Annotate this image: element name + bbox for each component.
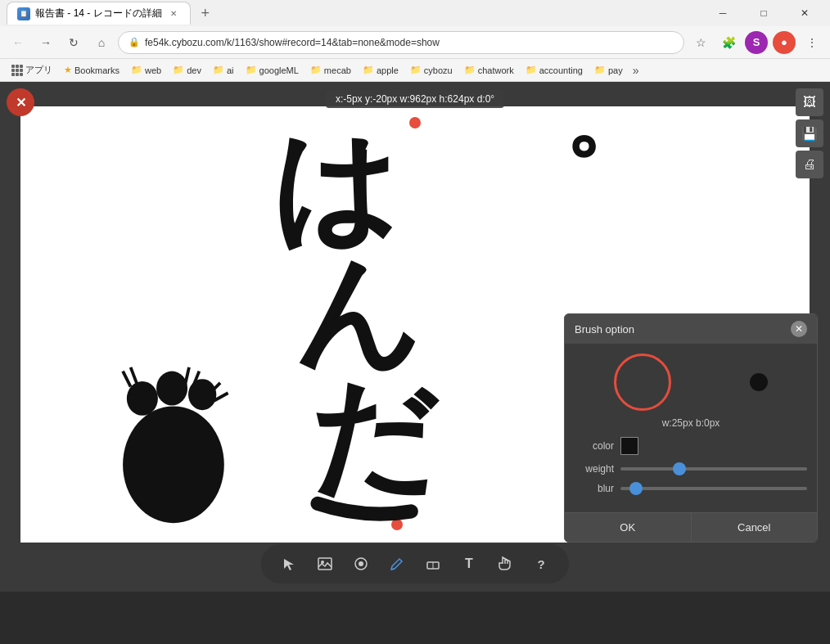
bookmark-label: googleML [259, 65, 299, 75]
extensions-button[interactable]: 🧩 [717, 31, 740, 54]
restore-button[interactable]: □ [745, 0, 783, 26]
bookmark-label: mecab [324, 65, 351, 75]
window-controls: ─ □ ✕ [704, 0, 823, 26]
bookmark-mecab[interactable]: 📁 mecab [305, 63, 356, 77]
color-label: color [575, 440, 614, 452]
brush-option-dialog: Brush option ✕ w:25px b:0px color weight… [564, 313, 818, 543]
apps-grid-icon [11, 65, 23, 76]
bookmark-label: accounting [539, 65, 583, 75]
weight-label: weight [575, 463, 614, 475]
bookmark-label: apple [377, 65, 399, 75]
canvas-save-button[interactable]: 💾 [796, 119, 823, 147]
bookmark-bookmarks[interactable]: ★ Bookmarks [59, 63, 124, 77]
bookmark-web[interactable]: 📁 web [126, 63, 166, 77]
help-icon: ? [537, 557, 544, 571]
home-button[interactable]: ⌂ [90, 31, 113, 54]
brush-size-text: w:25px b:0px [575, 417, 807, 429]
canvas-close-button[interactable]: ✕ [7, 88, 34, 116]
bookmark-label: pay [608, 65, 623, 75]
bookmark-accounting[interactable]: 📁 accounting [521, 63, 588, 77]
back-button[interactable]: ← [7, 31, 29, 54]
svg-point-4 [123, 406, 224, 523]
stamp-icon [353, 556, 369, 572]
forward-button[interactable]: → [34, 31, 57, 54]
lock-icon: 🔒 [129, 37, 140, 47]
account-button[interactable]: ● [773, 31, 796, 54]
bookmarks-more-button[interactable]: » [629, 62, 643, 79]
addressbar: ← → ↻ ⌂ 🔒 fe54k.cybozu.com/k/1163/show#r… [0, 26, 830, 59]
bookmark-label: ai [227, 65, 234, 75]
bookmark-label: chatwork [478, 65, 514, 75]
address-bar[interactable]: 🔒 fe54k.cybozu.com/k/1163/show#record=14… [118, 31, 684, 54]
bookmark-label: Bookmarks [74, 65, 120, 75]
brush-blur-row: blur [575, 483, 807, 494]
weight-slider[interactable] [620, 467, 807, 471]
folder-icon: 📁 [131, 65, 142, 75]
eraser-tool-button[interactable] [418, 549, 448, 579]
svg-point-19 [359, 561, 363, 566]
svg-rect-16 [318, 558, 332, 570]
brush-color-row: color [575, 437, 807, 455]
canvas-image-button[interactable]: 🖼 [796, 88, 823, 116]
new-tab-button[interactable]: + [194, 2, 217, 25]
brush-cancel-button[interactable]: Cancel [692, 513, 818, 542]
drawing-toolbar: T ? [261, 544, 569, 583]
folder-icon: 📁 [594, 65, 606, 75]
folder-icon: 📁 [246, 65, 257, 75]
tab-label: 報告書 - 14 - レコードの詳細 [35, 7, 162, 20]
blur-slider[interactable] [620, 487, 807, 490]
svg-point-6 [156, 372, 187, 406]
brush-ok-button[interactable]: OK [565, 513, 692, 542]
bookmark-chatwork[interactable]: 📁 chatwork [459, 63, 519, 77]
text-icon: T [465, 556, 473, 571]
apps-label: アプリ [25, 64, 52, 76]
canvas-right-buttons: 🖼 💾 🖨 [796, 88, 823, 178]
svg-text:ん: ん [294, 245, 422, 383]
star-button[interactable]: ☆ [689, 31, 712, 54]
bookmarks-bar: アプリ ★ Bookmarks 📁 web 📁 dev 📁 ai 📁 googl… [0, 59, 830, 82]
brush-preview-row [575, 354, 807, 411]
star-icon: ★ [64, 65, 72, 75]
canvas-tooltip: x:-5px y:-20px w:962px h:624px d:0° [326, 90, 504, 108]
canvas-print-button[interactable]: 🖨 [796, 151, 823, 178]
more-button[interactable]: ⋮ [801, 31, 823, 54]
bookmark-pay[interactable]: 📁 pay [589, 63, 628, 77]
svg-text:は: は [271, 119, 399, 258]
brush-preview-large [614, 354, 671, 411]
bookmark-cybozu[interactable]: 📁 cybozu [405, 63, 458, 77]
brush-dialog-titlebar: Brush option ✕ [565, 314, 817, 344]
minimize-button[interactable]: ─ [704, 0, 742, 26]
tab-close-btn[interactable]: ✕ [167, 7, 180, 20]
bookmark-dev[interactable]: 📁 dev [168, 63, 206, 77]
brush-dialog-close-button[interactable]: ✕ [791, 321, 807, 337]
bookmark-label: cybozu [424, 65, 453, 75]
active-tab[interactable]: 📋 報告書 - 14 - レコードの詳細 ✕ [7, 2, 191, 25]
stamp-tool-button[interactable] [346, 549, 376, 579]
folder-icon: 📁 [310, 65, 322, 75]
svg-text:゜: ゜ [504, 132, 600, 236]
folder-icon: 📁 [526, 65, 537, 75]
folder-icon: 📁 [464, 65, 476, 75]
help-tool-button[interactable]: ? [526, 549, 556, 579]
apps-button[interactable]: アプリ [7, 62, 57, 78]
image-tool-button[interactable] [310, 549, 340, 579]
brush-dialog-body: w:25px b:0px color weight blur [565, 344, 817, 512]
profile-button[interactable]: S [745, 31, 768, 54]
url-text: fe54k.cybozu.com/k/1163/show#record=14&t… [145, 37, 440, 48]
bookmark-apple[interactable]: 📁 apple [358, 63, 404, 77]
close-button[interactable]: ✕ [786, 0, 823, 26]
bookmark-ai[interactable]: 📁 ai [208, 63, 239, 77]
brush-dialog-footer: OK Cancel [565, 512, 817, 542]
bookmark-googleml[interactable]: 📁 googleML [241, 63, 304, 77]
color-swatch[interactable] [620, 437, 638, 455]
hand-tool-button[interactable] [490, 549, 520, 579]
refresh-button[interactable]: ↻ [62, 31, 85, 54]
pen-icon [389, 556, 405, 572]
bookmark-label: dev [187, 65, 201, 75]
pen-tool-button[interactable] [382, 549, 412, 579]
select-icon [281, 556, 297, 572]
select-tool-button[interactable] [274, 549, 304, 579]
text-tool-button[interactable]: T [454, 549, 484, 579]
tab-bar: 📋 報告書 - 14 - レコードの詳細 ✕ + [7, 0, 704, 26]
svg-point-7 [188, 379, 216, 410]
